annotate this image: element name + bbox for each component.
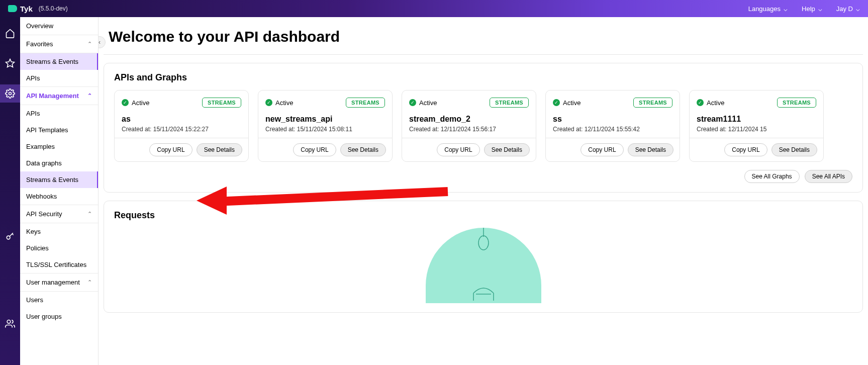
copy-url-button[interactable]: Copy URL: [581, 143, 623, 156]
brand-name: Tyk: [20, 5, 33, 13]
sidebar-item-users[interactable]: Users: [20, 292, 98, 308]
streams-badge: STREAMS: [777, 98, 816, 108]
svg-marker-0: [6, 59, 15, 67]
icon-rail: [0, 17, 20, 365]
main-content: ‹ Welcome to your API dashboard APIs and…: [99, 17, 868, 365]
tyk-logo-icon: [8, 5, 17, 12]
panel-title: Requests: [114, 210, 852, 221]
api-card[interactable]: ✓ Active STREAMS new_streams_api Created…: [258, 90, 393, 162]
rail-api-management[interactable]: [0, 84, 20, 103]
rail-users[interactable]: [0, 315, 20, 333]
streams-badge: STREAMS: [490, 98, 529, 108]
sidebar-item-data-graphs[interactable]: Data graphs: [20, 155, 98, 171]
see-details-button[interactable]: See Details: [771, 143, 817, 156]
api-card[interactable]: ✓ Active STREAMS as Created at: 15/11/20…: [114, 90, 249, 162]
svg-point-5: [478, 236, 489, 250]
sidebar-favorites[interactable]: Favorites ⌃: [20, 35, 98, 53]
api-card[interactable]: ✓ Active STREAMS stream1111 Created at: …: [689, 90, 824, 162]
sidebar-overview[interactable]: Overview: [20, 17, 98, 35]
sidebar-user-management[interactable]: User management ⌃: [20, 273, 98, 292]
status-active: ✓ Active: [409, 99, 437, 107]
sidebar-item-policies[interactable]: Policies: [20, 240, 98, 256]
check-icon: ✓: [409, 99, 416, 106]
check-icon: ✓: [122, 99, 129, 106]
check-icon: ✓: [553, 99, 560, 106]
see-details-button[interactable]: See Details: [628, 143, 673, 156]
copy-url-button[interactable]: Copy URL: [293, 143, 336, 156]
see-all-apis-button[interactable]: See All APIs: [805, 170, 852, 183]
help-menu[interactable]: Help ⌵: [802, 5, 822, 13]
streams-badge: STREAMS: [346, 98, 385, 108]
page-title: Welcome to your API dashboard: [99, 17, 868, 54]
card-name: stream1111: [697, 115, 816, 124]
empty-state-illustration: [114, 228, 852, 303]
status-active: ✓ Active: [553, 99, 581, 107]
sidebar-item-keys[interactable]: Keys: [20, 223, 98, 240]
card-created-at: Created at: 15/11/2024 15:22:27: [122, 126, 241, 133]
card-name: stream_demo_2: [409, 115, 529, 124]
svg-point-1: [9, 93, 12, 95]
copy-url-button[interactable]: Copy URL: [724, 143, 767, 156]
sidebar-api-management[interactable]: API Management ⌃: [20, 87, 98, 105]
status-active: ✓ Active: [697, 99, 724, 107]
check-icon: ✓: [265, 99, 272, 106]
api-card[interactable]: ✓ Active STREAMS stream_demo_2 Created a…: [402, 90, 536, 162]
sidebar: Overview Favorites ⌃ Streams & Events AP…: [20, 17, 99, 365]
see-details-button[interactable]: See Details: [340, 143, 386, 156]
card-created-at: Created at: 12/11/2024 15:55:42: [553, 126, 672, 133]
see-details-button[interactable]: See Details: [197, 143, 242, 156]
sidebar-api-security[interactable]: API Security ⌃: [20, 205, 98, 223]
rail-security[interactable]: [0, 227, 20, 245]
requests-panel: Requests: [104, 201, 863, 313]
svg-line-8: [217, 192, 448, 202]
status-active: ✓ Active: [122, 99, 149, 107]
chevron-down-icon: ⌵: [856, 5, 860, 13]
card-name: new_streams_api: [265, 115, 385, 124]
streams-badge: STREAMS: [633, 98, 672, 108]
chevron-up-icon: ⌃: [87, 41, 92, 47]
svg-point-3: [7, 320, 11, 324]
chevron-up-icon: ⌃: [87, 93, 92, 99]
sidebar-fav-apis[interactable]: APIs: [20, 70, 98, 87]
sidebar-item-api-templates[interactable]: API Templates: [20, 122, 98, 138]
sidebar-item-apis[interactable]: APIs: [20, 105, 98, 122]
sidebar-item-streams-events[interactable]: Streams & Events: [20, 171, 98, 188]
api-card[interactable]: ✓ Active STREAMS ss Created at: 12/11/20…: [545, 90, 680, 162]
user-menu[interactable]: Jay D ⌵: [836, 5, 860, 13]
copy-url-button[interactable]: Copy URL: [437, 143, 479, 156]
card-name: ss: [553, 115, 672, 124]
card-name: as: [122, 115, 241, 124]
brand-logo[interactable]: Tyk (5.5.0-dev): [8, 5, 68, 13]
see-all-graphs-button[interactable]: See All Graphs: [744, 170, 800, 183]
rail-favorites[interactable]: [0, 54, 20, 72]
version-label: (5.5.0-dev): [39, 5, 68, 12]
status-active: ✓ Active: [265, 99, 293, 107]
copy-url-button[interactable]: Copy URL: [149, 143, 192, 156]
sidebar-item-tls-ssl[interactable]: TLS/SSL Certificates: [20, 256, 98, 273]
see-details-button[interactable]: See Details: [484, 143, 530, 156]
languages-menu[interactable]: Languages ⌵: [748, 5, 788, 13]
panel-title: APIs and Graphs: [114, 72, 852, 83]
sidebar-item-webhooks[interactable]: Webhooks: [20, 188, 98, 205]
sidebar-fav-streams-events[interactable]: Streams & Events: [20, 53, 98, 70]
svg-point-2: [7, 236, 10, 239]
streams-badge: STREAMS: [202, 98, 241, 108]
chevron-down-icon: ⌵: [784, 5, 788, 13]
chevron-up-icon: ⌃: [87, 211, 92, 217]
check-icon: ✓: [697, 99, 704, 106]
card-created-at: Created at: 12/11/2024 15: [697, 126, 816, 133]
sidebar-item-examples[interactable]: Examples: [20, 138, 98, 155]
card-created-at: Created at: 15/11/2024 15:08:11: [265, 126, 385, 133]
card-created-at: Created at: 12/11/2024 15:56:17: [409, 126, 529, 133]
rail-home[interactable]: [0, 24, 20, 42]
chevron-up-icon: ⌃: [87, 279, 92, 286]
chevron-down-icon: ⌵: [818, 5, 822, 13]
sidebar-item-user-groups[interactable]: User groups: [20, 308, 98, 325]
apis-and-graphs-panel: APIs and Graphs ✓ Active STREAMS as Crea…: [104, 63, 863, 193]
